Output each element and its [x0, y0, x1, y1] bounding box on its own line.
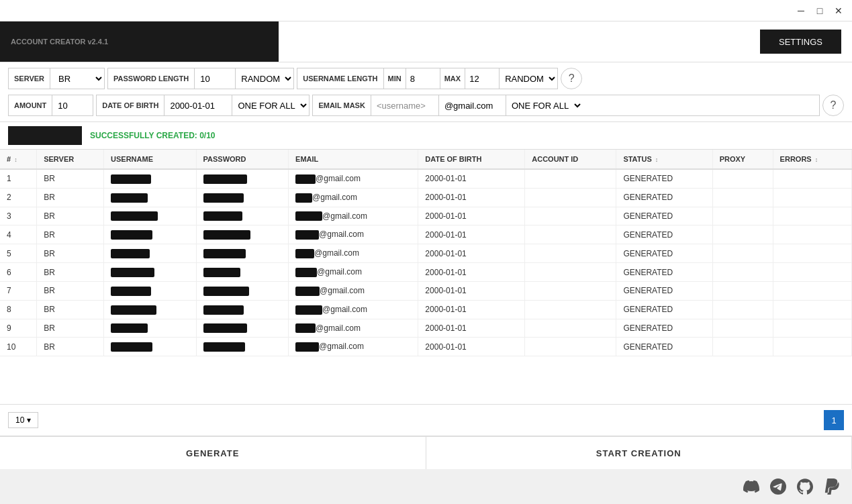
cell-num: 1 — [0, 169, 37, 188]
table-header: # ↕ SERVER USERNAME PASSWORD EMAIL DATE … — [0, 150, 852, 169]
page-1-button[interactable]: 1 — [824, 410, 844, 430]
cell-num: 2 — [0, 188, 37, 207]
cell-errors — [773, 300, 851, 319]
paypal-icon[interactable] — [822, 477, 841, 496]
table-row: 3 BR @gmail.com 2000-01-01 GENERATED — [0, 207, 852, 225]
col-num[interactable]: # ↕ — [0, 150, 37, 169]
cell-account-id — [525, 300, 616, 319]
cell-email: @gmail.com — [289, 263, 418, 282]
email-username-input[interactable] — [371, 95, 438, 115]
email-domain-input[interactable] — [438, 95, 506, 115]
cell-errors — [773, 244, 851, 263]
discord-icon[interactable] — [742, 477, 761, 496]
maximize-button[interactable]: □ — [812, 3, 828, 19]
cell-proxy — [712, 300, 773, 319]
data-table-container[interactable]: # ↕ SERVER USERNAME PASSWORD EMAIL DATE … — [0, 150, 852, 404]
cell-num: 9 — [0, 319, 37, 338]
cell-proxy — [712, 207, 773, 225]
table-row: 9 BR @gmail.com 2000-01-01 GENERATED — [0, 319, 852, 338]
cell-errors — [773, 319, 851, 338]
cell-num: 7 — [0, 281, 37, 300]
table-row: 8 BR @gmail.com 2000-01-01 GENERATED — [0, 300, 852, 319]
telegram-icon[interactable] — [769, 477, 788, 496]
cell-num: 6 — [0, 263, 37, 282]
app-logo: ACCOUNT CREATOR v2.4.1 — [0, 21, 279, 62]
cell-status: GENERATED — [616, 338, 712, 356]
minimize-button[interactable]: ─ — [793, 3, 809, 19]
cell-account-id — [525, 169, 616, 188]
cell-errors — [773, 281, 851, 300]
cell-server: BR — [37, 169, 104, 188]
cell-num: 4 — [0, 225, 37, 244]
cell-dob: 2000-01-01 — [418, 188, 525, 207]
cell-status: GENERATED — [616, 188, 712, 207]
username-min-input[interactable] — [406, 68, 440, 89]
header-right: SETTINGS — [279, 21, 852, 62]
username-length-label: USERNAME LENGTH — [297, 68, 383, 89]
cell-email: @gmail.com — [289, 244, 418, 263]
username-length-group: USERNAME LENGTH MIN MAX RANDOM FIXED — [297, 68, 558, 89]
cell-num: 10 — [0, 338, 37, 356]
server-label: SERVER — [9, 68, 50, 89]
cell-password — [196, 319, 289, 338]
pagination-bar: 10 ▾ 1 — [0, 404, 852, 436]
password-mode-select[interactable]: RANDOM FIXED — [235, 68, 293, 89]
dob-input[interactable] — [164, 95, 232, 115]
cell-account-id — [525, 263, 616, 282]
cell-username — [104, 225, 197, 244]
cell-proxy — [712, 225, 773, 244]
generate-button[interactable]: GENERATE — [0, 437, 426, 469]
cell-email: @gmail.com — [289, 338, 418, 356]
cell-email: @gmail.com — [289, 300, 418, 319]
action-bar: GENERATE START CREATION — [0, 436, 852, 469]
cell-server: BR — [37, 225, 104, 244]
table-row: 1 BR @gmail.com 2000-01-01 GENERATED — [0, 169, 852, 188]
cell-password — [196, 225, 289, 244]
cell-password — [196, 244, 289, 263]
cell-errors — [773, 225, 851, 244]
col-errors[interactable]: ERRORS ↕ — [773, 150, 851, 169]
cell-password — [196, 263, 289, 282]
cell-status: GENERATED — [616, 207, 712, 225]
cell-email: @gmail.com — [289, 319, 418, 338]
cell-account-id — [525, 244, 616, 263]
controls-area: SERVER BR NA EUW PASSWORD LENGTH RANDOM … — [0, 62, 852, 122]
cell-proxy — [712, 244, 773, 263]
cell-dob: 2000-01-01 — [418, 244, 525, 263]
cell-password — [196, 281, 289, 300]
cell-dob: 2000-01-01 — [418, 300, 525, 319]
username-help-button[interactable]: ? — [561, 68, 582, 89]
cell-password — [196, 169, 289, 188]
main-window: ─ □ ✕ ACCOUNT CREATOR v2.4.1 SETTINGS SE… — [0, 0, 852, 504]
cell-username — [104, 169, 197, 188]
username-max-input[interactable] — [465, 68, 499, 89]
start-creation-button[interactable]: START CREATION — [426, 437, 853, 469]
close-button[interactable]: ✕ — [831, 3, 847, 19]
table-row: 4 BR @gmail.com 2000-01-01 GENERATED — [0, 225, 852, 244]
col-status[interactable]: STATUS ↕ — [616, 150, 712, 169]
dob-label: DATE OF BIRTH — [97, 95, 164, 115]
email-mode-select[interactable]: ONE FOR ALL RANDOM — [506, 95, 583, 115]
table-row: 2 BR @gmail.com 2000-01-01 GENERATED — [0, 188, 852, 207]
per-page-button[interactable]: 10 ▾ — [8, 412, 38, 428]
cell-dob: 2000-01-01 — [418, 169, 525, 188]
cell-account-id — [525, 188, 616, 207]
cell-server: BR — [37, 244, 104, 263]
server-select[interactable]: BR NA EUW — [50, 68, 104, 89]
cell-dob: 2000-01-01 — [418, 225, 525, 244]
username-min-label: MIN — [384, 68, 406, 89]
table-row: 7 BR @gmail.com 2000-01-01 GENERATED — [0, 281, 852, 300]
settings-button[interactable]: SETTINGS — [760, 30, 841, 54]
dob-mode-select[interactable]: ONE FOR ALL RANDOM — [232, 95, 309, 115]
cell-status: GENERATED — [616, 319, 712, 338]
dob-group: DATE OF BIRTH ONE FOR ALL RANDOM — [96, 95, 310, 116]
amount-input[interactable] — [52, 95, 93, 115]
github-icon[interactable] — [796, 477, 814, 496]
username-mode-select[interactable]: RANDOM FIXED — [499, 68, 557, 89]
cell-proxy — [712, 188, 773, 207]
cell-password — [196, 188, 289, 207]
email-help-button[interactable]: ? — [822, 95, 844, 116]
col-password: PASSWORD — [196, 150, 289, 169]
col-server: SERVER — [37, 150, 104, 169]
password-length-input[interactable] — [195, 68, 235, 89]
